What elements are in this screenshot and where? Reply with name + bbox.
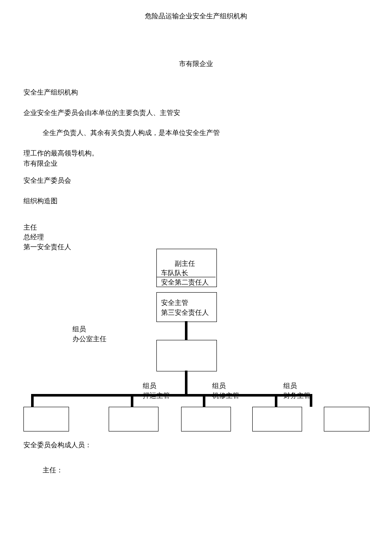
paragraph-line: 市有限企业: [23, 158, 58, 169]
paragraph-line: 组织构造图: [23, 196, 58, 206]
org-box-bottom-5: [324, 407, 369, 431]
org-box-empty-middle: [156, 340, 217, 371]
paragraph-line-indent: 全生产负责人、其余有关负责人构成，是本单位安全生产管: [43, 128, 220, 138]
org-member-escort-line1: 组员: [143, 381, 156, 391]
connector-drop-4: [275, 394, 277, 407]
org-box-deputy-line1: 副主任: [175, 259, 195, 268]
page-header-title: 危险品运输企业安全生产组织机构: [0, 12, 392, 21]
org-box-deputy-line3: 安全第二责任人: [161, 278, 209, 287]
connector-vertical-lower: [185, 371, 187, 396]
connector-horizontal-bus: [31, 394, 312, 397]
paragraph-heading: 安全生产组织机构: [23, 87, 78, 98]
director-responsibility: 第一安全责任人: [23, 242, 71, 252]
org-box-bottom-2: [109, 407, 159, 431]
director-role: 总经理: [23, 232, 44, 242]
page-subtitle: 市有限企业: [0, 60, 392, 69]
org-box-bottom-3: [181, 407, 231, 431]
connector-drop-3: [203, 394, 205, 407]
connector-drop-1: [31, 394, 34, 407]
org-box-bottom-4: [252, 407, 302, 431]
paragraph-line: 安全生产委员会: [23, 175, 71, 186]
connector-drop-5: [310, 394, 312, 407]
paragraph-line: 理工作的最高领导机构。: [23, 148, 98, 158]
org-member-office-line2: 办公室主任: [72, 334, 107, 344]
connector-vertical: [185, 321, 187, 340]
director-label: 主任: [23, 222, 37, 233]
org-box-bottom-1: [23, 407, 69, 431]
org-member-mechanic-line1: 组员: [212, 381, 226, 391]
org-box-deputy-line2: 车队队长: [161, 268, 188, 278]
connector-drop-2: [131, 394, 133, 407]
document-page: 危险品运输企业安全生产组织机构 市有限企业 安全生产组织机构 企业安全生产委员会…: [0, 0, 392, 555]
committee-members-heading: 安全委员会构成人员：: [23, 440, 92, 450]
org-member-office-line1: 组员: [72, 325, 86, 334]
org-box-safety-line1: 安全主管: [161, 298, 188, 308]
org-box-safety-line2: 第三安全责任人: [161, 308, 209, 317]
org-member-finance-line1: 组员: [283, 381, 297, 391]
paragraph-line: 企业安全生产委员会由本单位的主要负责人、主管安: [23, 108, 180, 118]
org-box-underline: [157, 277, 216, 277]
director-field-label: 主任：: [43, 465, 63, 475]
